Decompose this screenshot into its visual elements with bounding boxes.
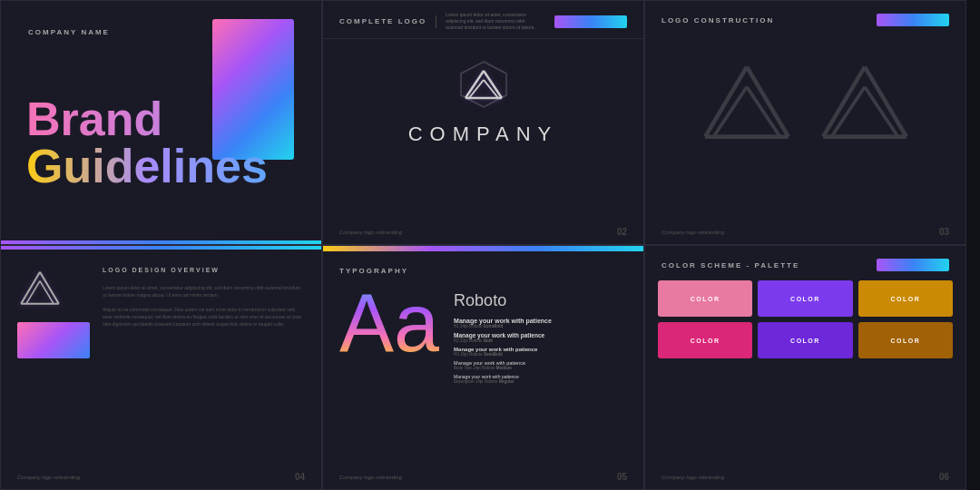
- card3-header: LOGO CONSTRUCTION: [645, 1, 965, 35]
- card5-footer: Company logo rebranding 05: [339, 472, 627, 482]
- card2-title: COMPLETE LOGO: [339, 17, 426, 25]
- svg-line-8: [747, 67, 789, 137]
- divider: [436, 15, 436, 28]
- swatch-5: COLOR: [758, 322, 852, 358]
- card2-header: COMPLETE LOGO Lorem ipsum dolor sit amet…: [323, 1, 643, 39]
- type-sample-h3: Manage your work with patience H3 18pt R…: [454, 347, 552, 357]
- svg-marker-0: [461, 62, 506, 107]
- brand-text: Brand Guidelines: [26, 95, 268, 190]
- construction-logos: [645, 35, 965, 172]
- logo-ghost-right: [815, 54, 915, 153]
- card4-content: LOGO DESIGN OVERVIEW Lorem ipsum dolor s…: [1, 250, 321, 489]
- card2-footer: Company logo rebranding 02: [339, 227, 627, 237]
- card4-left: [17, 266, 90, 473]
- swatch-3: COLOR: [858, 280, 953, 317]
- svg-line-19: [21, 272, 40, 304]
- card5-body: Aa Roboto Manage your work with patience…: [323, 282, 643, 387]
- card4-body2: Aliquip ex ea commodo consequat. Duis au…: [103, 306, 305, 328]
- card5-title: TYPOGRAPHY: [339, 267, 408, 275]
- company-name-label: COMPANY NAME: [28, 28, 110, 36]
- swatch-4: COLOR: [658, 322, 752, 358]
- svg-line-14: [865, 67, 906, 137]
- logo-ghost-left: [697, 54, 797, 153]
- gradient-bar: [877, 259, 949, 271]
- font-name: Roboto: [454, 291, 552, 310]
- swatch-1: COLOR: [658, 280, 752, 317]
- card-logo-construction: LOGO CONSTRUCTION Company logo: [644, 0, 966, 245]
- card-color-scheme: COLOR SCHEME - PALETTE COLOR COLOR COLOR…: [644, 245, 966, 490]
- bottom-bar: [1, 240, 321, 244]
- main-grid: COMPANY NAME Brand Guidelines COMPLETE L…: [0, 0, 980, 490]
- footer-text: Company logo rebranding: [662, 230, 724, 235]
- swatch-2: COLOR: [758, 280, 852, 317]
- card4-body1: Lorem ipsum dolor sit amet, consectetur …: [103, 284, 305, 299]
- card6-footer: Company logo rebranding 06: [662, 472, 949, 482]
- font-info: Roboto Manage your work with patience H1…: [454, 282, 552, 387]
- type-sample-desc: Manage your work with patience Descripti…: [454, 374, 552, 384]
- footer-text: Company logo rebranding: [17, 475, 80, 480]
- page-number: 03: [939, 227, 949, 237]
- card6-header: COLOR SCHEME - PALETTE: [645, 246, 965, 280]
- type-sample-body: Manage your work with patience Body Text…: [454, 360, 552, 370]
- brand-line1: Brand: [26, 95, 268, 142]
- page-number: 05: [617, 472, 627, 482]
- type-sample-h2: Manage your work with patience H2 22pt R…: [454, 332, 552, 343]
- logo-small: [17, 266, 63, 311]
- company-logo-icon: [456, 57, 511, 112]
- gradient-bar: [554, 15, 627, 28]
- company-name-logo: COMPANY: [408, 122, 559, 146]
- card3-footer: Company logo rebranding 03: [662, 227, 949, 237]
- page-number: 06: [939, 472, 949, 482]
- card-typography: TYPOGRAPHY Aa Roboto Manage your work wi…: [322, 245, 644, 490]
- card4-footer: Company logo rebranding 04: [17, 472, 305, 482]
- card3-title: LOGO CONSTRUCTION: [662, 16, 774, 24]
- color-grid: COLOR COLOR COLOR COLOR COLOR COLOR: [645, 280, 965, 371]
- logo-area: COMPANY: [323, 39, 643, 164]
- card4-title: LOGO DESIGN OVERVIEW: [103, 266, 305, 275]
- type-sample-h1: Manage your work with patience H1 34pt R…: [454, 318, 552, 328]
- aa-display: Aa: [339, 282, 439, 364]
- gradient-bar: [877, 14, 949, 26]
- card2-description: Lorem ipsum dolor sit amet, consectetur …: [446, 12, 536, 31]
- card6-title: COLOR SCHEME - PALETTE: [662, 261, 799, 270]
- page-number: 02: [617, 227, 627, 237]
- card-brand-guidelines: COMPANY NAME Brand Guidelines: [0, 0, 322, 245]
- brand-line2: Guidelines: [26, 142, 268, 190]
- card4-right: LOGO DESIGN OVERVIEW Lorem ipsum dolor s…: [103, 266, 305, 473]
- gradient-small: [17, 322, 90, 358]
- card-logo-design: LOGO DESIGN OVERVIEW Lorem ipsum dolor s…: [0, 245, 322, 490]
- footer-text: Company logo rebranding: [339, 475, 402, 480]
- footer-text: Company logo rebranding: [662, 475, 724, 480]
- svg-line-20: [40, 272, 59, 304]
- footer-text: Company logo rebranding: [339, 230, 402, 235]
- svg-line-7: [705, 67, 747, 137]
- card-complete-logo: COMPLETE LOGO Lorem ipsum dolor sit amet…: [322, 0, 644, 245]
- page-number: 04: [295, 472, 305, 482]
- swatch-6: COLOR: [858, 322, 953, 358]
- svg-line-13: [823, 67, 865, 137]
